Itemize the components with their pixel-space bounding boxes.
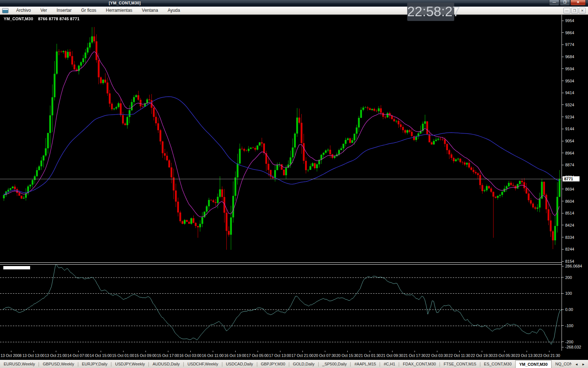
tab-gbpusd-weekly[interactable]: GBPUSD,Weekly bbox=[39, 360, 78, 368]
time-tick-label: 20 Oct 07:30 bbox=[314, 353, 336, 358]
indicator-tick-label: 0.00 bbox=[565, 307, 573, 312]
tab--c-h1[interactable]: #C,H1 bbox=[380, 360, 399, 368]
time-axis[interactable]: 13 Oct 200813 Oct 13:0013 Oct 21:0014 Oc… bbox=[0, 351, 588, 360]
menu-item-archivo[interactable]: Archivo bbox=[11, 7, 36, 14]
time-tick bbox=[123, 351, 123, 352]
tab--aapl-m15[interactable]: #AAPL,M15 bbox=[351, 360, 380, 368]
window-title: [YM_CONT,M30] bbox=[109, 1, 141, 5]
time-tick-label: 15 Oct 17:00 bbox=[157, 353, 179, 358]
indicator-tick bbox=[562, 347, 564, 347]
title-bar[interactable]: [YM_CONT,M30] — ❐ ✕ bbox=[0, 0, 588, 7]
time-tick bbox=[33, 351, 34, 352]
price-tick bbox=[562, 165, 564, 165]
time-tick bbox=[504, 351, 505, 352]
time-tick bbox=[437, 351, 437, 352]
price-tick-label: 9594 bbox=[565, 67, 574, 71]
time-tick-label: 16 Oct 11:00 bbox=[202, 353, 223, 358]
tab-scroll-right-icon[interactable]: ► bbox=[580, 362, 587, 366]
chart-area: YM_CONT,M30 8766 8778 8745 8771 8771 995… bbox=[0, 15, 588, 360]
time-tick bbox=[302, 351, 303, 352]
mdi-restore-icon[interactable]: ❐ bbox=[571, 8, 578, 14]
indicator-tick bbox=[562, 325, 564, 326]
mdi-minimize-icon[interactable]: — bbox=[563, 8, 570, 14]
price-tick-label: 8604 bbox=[565, 199, 574, 204]
price-tick-label: 9504 bbox=[565, 79, 574, 83]
price-tick-label: 9054 bbox=[565, 139, 574, 143]
price-tick-label: 8964 bbox=[565, 151, 574, 155]
time-tick bbox=[190, 351, 191, 352]
tab-fdax_cont-m30[interactable]: FDAX_CONT,M30 bbox=[399, 360, 440, 368]
time-tick-label: 17 Oct 05:00 bbox=[247, 353, 269, 358]
indicator-tick bbox=[562, 293, 564, 294]
time-tick bbox=[280, 351, 280, 352]
tab-gbpjpy-m30[interactable]: GBPJPY,M30 bbox=[257, 360, 289, 368]
time-tick-label: 14 Oct 07:00 bbox=[67, 353, 89, 358]
time-tick-label: 13 Oct 2008 bbox=[0, 353, 21, 358]
close-icon[interactable]: ✕ bbox=[570, 0, 586, 6]
time-tick-label: 22 Oct 03:30 bbox=[426, 353, 448, 358]
indicator-tick-label: -200 bbox=[565, 340, 573, 344]
time-tick bbox=[459, 351, 460, 352]
price-tick bbox=[562, 21, 564, 21]
price-tick-label: 8154 bbox=[565, 259, 574, 263]
time-tick bbox=[78, 351, 79, 352]
time-tick-label: 17 Oct 13:00 bbox=[269, 353, 291, 358]
time-tick bbox=[549, 351, 549, 352]
time-tick bbox=[415, 351, 415, 352]
tab-audusd-daily[interactable]: AUDUSD,Daily bbox=[149, 360, 183, 368]
tab-usdchf-weekly[interactable]: USDCHF,Weekly bbox=[184, 360, 222, 368]
menu-item-herramientas[interactable]: Herramientas bbox=[101, 7, 137, 14]
time-tick-label: 22 Oct 11:30 bbox=[448, 353, 470, 358]
chart-window-icon[interactable] bbox=[2, 8, 8, 13]
tab-scroll-left-icon[interactable]: ◄ bbox=[573, 362, 580, 366]
time-tick-label: 23 Oct 13:30 bbox=[516, 353, 538, 358]
menu-item-ventana[interactable]: Ventana bbox=[137, 7, 163, 14]
tab-es_cont-m30[interactable]: ES_CONT,M30 bbox=[480, 360, 515, 368]
price-tick bbox=[562, 141, 564, 141]
indicator-tick bbox=[562, 266, 564, 266]
time-tick bbox=[482, 351, 482, 352]
price-tick bbox=[562, 261, 564, 262]
current-price-tag: 8771 bbox=[563, 176, 580, 181]
time-tick-label: 16 Oct 19:00 bbox=[224, 353, 246, 358]
mdi-close-icon[interactable]: ✕ bbox=[579, 8, 586, 14]
tab-eurusd-weekly[interactable]: EURUSD,Weekly bbox=[0, 360, 39, 368]
tab-usdcad-daily[interactable]: USDCAD,Daily bbox=[222, 360, 257, 368]
chart-tab-bar: EURUSD,WeeklyGBPUSD,WeeklyEURJPY,DailyUS… bbox=[0, 360, 588, 368]
menu-item-ver[interactable]: Ver bbox=[36, 7, 52, 14]
tab-usdjpy-weekly[interactable]: USDJPY,Weekly bbox=[111, 360, 148, 368]
indicator-tick-label: -100 bbox=[565, 323, 573, 328]
menu-item-gr-ficos[interactable]: Gr ficos bbox=[76, 7, 101, 14]
menu-item-insertar[interactable]: Insertar bbox=[52, 7, 76, 14]
time-tick bbox=[258, 351, 258, 352]
price-tick bbox=[562, 153, 564, 153]
time-tick bbox=[370, 351, 370, 352]
price-tick bbox=[562, 225, 564, 225]
tab-ftse_cont-m15[interactable]: FTSE_CONT,M15 bbox=[440, 360, 480, 368]
tab-_sp500-daily[interactable]: _SP500,Daily bbox=[319, 360, 351, 368]
tab-gold-daily[interactable]: GOLD,Daily bbox=[289, 360, 318, 368]
price-tick-label: 9324 bbox=[565, 103, 574, 107]
indicator-canvas[interactable] bbox=[0, 265, 562, 351]
main-chart-canvas[interactable] bbox=[0, 15, 562, 262]
tab-eurjpy-daily[interactable]: EURJPY,Daily bbox=[78, 360, 111, 368]
minimize-icon[interactable]: — bbox=[549, 0, 559, 6]
price-axis[interactable]: 8771 99549864977496849594950494149324923… bbox=[562, 15, 588, 351]
price-tick-label: 9684 bbox=[565, 54, 574, 59]
price-tick bbox=[562, 201, 564, 201]
tab-list: EURUSD,WeeklyGBPUSD,WeeklyEURJPY,DailyUS… bbox=[0, 360, 588, 368]
price-tick bbox=[562, 129, 564, 129]
indicator-tick-label: 200 bbox=[565, 275, 572, 280]
time-tick bbox=[347, 351, 348, 352]
tab-ym_cont-m30[interactable]: YM_CONT,M30 bbox=[515, 360, 552, 368]
time-tick-label: 13 Oct 21:00 bbox=[45, 353, 67, 358]
restore-icon[interactable]: ❐ bbox=[560, 0, 570, 6]
time-tick-label: 21 Oct 09:30 bbox=[381, 353, 403, 358]
price-tick bbox=[562, 249, 564, 250]
menu-item-ayuda[interactable]: Ayuda bbox=[163, 7, 185, 14]
price-tick-label: 9144 bbox=[565, 127, 574, 131]
price-tick-label: 8244 bbox=[565, 247, 574, 251]
time-tick-label: 15 Oct 01:00 bbox=[112, 353, 134, 358]
panel-separator-top[interactable] bbox=[0, 262, 588, 263]
price-tick-label: 9414 bbox=[565, 91, 574, 95]
